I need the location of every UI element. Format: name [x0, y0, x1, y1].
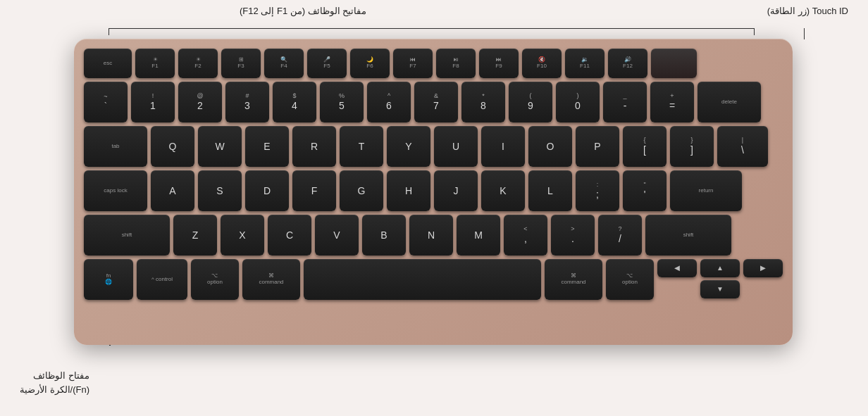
key-rbracket[interactable]: }] [670, 126, 714, 167]
key-quote[interactable]: "' [623, 170, 666, 211]
key-3[interactable]: #3 [225, 82, 269, 122]
key-capslock[interactable]: caps lock [84, 170, 147, 211]
arrow-left-cluster: ◄ [657, 259, 697, 300]
arrow-updown-cluster: ▲ ▼ [700, 259, 740, 300]
key-9[interactable]: (9 [509, 82, 552, 122]
key-f4[interactable]: 🔍F4 [264, 49, 304, 78]
key-n[interactable]: N [409, 215, 453, 256]
key-0[interactable]: )0 [556, 82, 600, 122]
fn-globe-label: مفتاح الوظائف(Fn)/الكرة الأرضية [20, 369, 89, 396]
key-w[interactable]: W [198, 126, 242, 167]
key-t[interactable]: T [340, 126, 383, 167]
key-d[interactable]: D [245, 170, 289, 211]
key-touchid[interactable] [651, 49, 697, 78]
key-4[interactable]: $4 [273, 82, 316, 122]
zxcv-key-row: shift Z X C V B N M <, >. ?/ shift [84, 215, 783, 256]
key-y[interactable]: Y [387, 126, 430, 167]
key-h[interactable]: H [387, 170, 430, 211]
key-f6[interactable]: 🌙F6 [350, 49, 390, 78]
fn-key-row: esc ☀F1 ☀F2 ⊞F3 🔍F4 🎤F5 🌙F6 ⏮F7 ⏯F8 ⏭F9 … [84, 49, 783, 78]
key-option-left[interactable]: ⌥option [191, 259, 239, 300]
key-o[interactable]: O [528, 126, 572, 167]
key-arrow-up[interactable]: ▲ [700, 259, 740, 277]
keyboard: esc ☀F1 ☀F2 ⊞F3 🔍F4 🎤F5 🌙F6 ⏮F7 ⏯F8 ⏭F9 … [74, 39, 793, 345]
key-tilde[interactable]: ~` [84, 82, 128, 122]
number-key-row: ~` !1 @2 #3 $4 %5 ^6 &7 *8 (9 )0 _- += d… [84, 82, 783, 122]
key-equals[interactable]: += [650, 82, 694, 122]
key-7[interactable]: &7 [414, 82, 458, 122]
key-f2[interactable]: ☀F2 [178, 49, 218, 78]
arrow-right-cluster: ► [743, 259, 783, 300]
key-2[interactable]: @2 [178, 82, 222, 122]
key-return[interactable]: return [670, 170, 742, 211]
key-lbracket[interactable]: {[ [623, 126, 666, 167]
key-arrow-right[interactable]: ► [743, 259, 783, 277]
key-e[interactable]: E [245, 126, 289, 167]
key-option-right[interactable]: ⌥option [606, 259, 654, 300]
key-q[interactable]: Q [151, 126, 194, 167]
key-k[interactable]: K [481, 170, 525, 211]
key-period[interactable]: >. [551, 215, 595, 256]
touchid-annot-line [804, 28, 805, 39]
key-v[interactable]: V [315, 215, 359, 256]
key-j[interactable]: J [434, 170, 478, 211]
key-control[interactable]: ^ control [137, 259, 187, 300]
key-shift-right[interactable]: shift [645, 215, 731, 256]
touchid-label: Touch ID (زر الطاقة) [767, 6, 848, 16]
asdf-key-row: caps lock A S D F G H J K L :; "' return [84, 170, 783, 211]
key-m[interactable]: M [457, 215, 500, 256]
page-container: Touch ID (زر الطاقة) مفاتيح الوظائف (من … [0, 0, 868, 416]
key-8[interactable]: *8 [461, 82, 505, 122]
key-f1[interactable]: ☀F1 [135, 49, 175, 78]
key-slash[interactable]: ?/ [598, 215, 642, 256]
key-esc[interactable]: esc [84, 49, 132, 78]
key-6[interactable]: ^6 [367, 82, 411, 122]
key-command-right[interactable]: ⌘command [545, 259, 602, 300]
key-f10[interactable]: 🔇F10 [522, 49, 562, 78]
key-backslash[interactable]: |\ [717, 126, 768, 167]
key-f8[interactable]: ⏯F8 [436, 49, 476, 78]
key-f3[interactable]: ⊞F3 [221, 49, 261, 78]
key-b[interactable]: B [362, 215, 406, 256]
key-f9[interactable]: ⏭F9 [479, 49, 519, 78]
key-semicolon[interactable]: :; [576, 170, 619, 211]
key-5[interactable]: %5 [320, 82, 364, 122]
key-c[interactable]: C [268, 215, 311, 256]
key-comma[interactable]: <, [504, 215, 547, 256]
key-f[interactable]: F [292, 170, 336, 211]
key-x[interactable]: X [221, 215, 264, 256]
key-l[interactable]: L [528, 170, 572, 211]
key-g[interactable]: G [340, 170, 383, 211]
key-f5[interactable]: 🎤F5 [307, 49, 347, 78]
key-arrow-left[interactable]: ◄ [657, 259, 697, 277]
key-r[interactable]: R [292, 126, 336, 167]
key-s[interactable]: S [198, 170, 242, 211]
key-arrow-down[interactable]: ▼ [700, 280, 740, 298]
key-p[interactable]: P [576, 126, 619, 167]
fnkeys-label: مفاتيح الوظائف (من F1 إلى F12) [240, 6, 366, 16]
key-shift-left[interactable]: shift [84, 215, 170, 256]
key-minus[interactable]: _- [603, 82, 647, 122]
key-f7[interactable]: ⏮F7 [393, 49, 433, 78]
qwerty-key-row: tab Q W E R T Y U I O P {[ }] |\ [84, 126, 783, 167]
key-f12[interactable]: 🔊F12 [608, 49, 647, 78]
key-command-left[interactable]: ⌘command [242, 259, 300, 300]
bottom-key-row: fn🌐 ^ control ⌥option ⌘command ⌘command … [84, 259, 783, 300]
key-f11[interactable]: 🔉F11 [565, 49, 604, 78]
key-u[interactable]: U [434, 126, 478, 167]
key-i[interactable]: I [481, 126, 525, 167]
key-z[interactable]: Z [173, 215, 217, 256]
fn-bracket [108, 28, 755, 35]
key-1[interactable]: !1 [131, 82, 175, 122]
key-delete[interactable]: delete [698, 82, 761, 122]
key-tab[interactable]: tab [84, 126, 147, 167]
key-fn-globe[interactable]: fn🌐 [84, 259, 133, 300]
key-space[interactable] [304, 259, 541, 300]
key-a[interactable]: A [151, 170, 194, 211]
